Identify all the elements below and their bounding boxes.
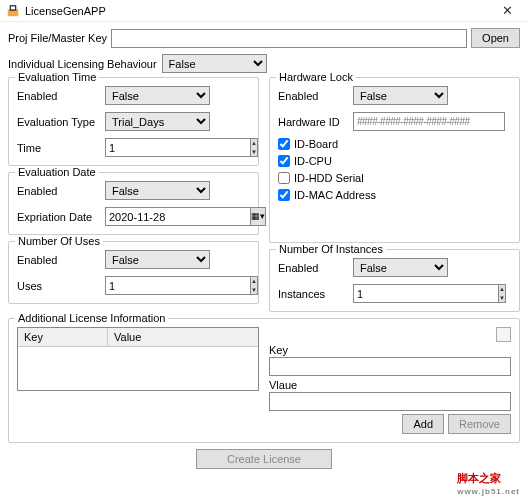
app-icon bbox=[6, 4, 20, 18]
et-time-spinner[interactable]: ▲▼ bbox=[251, 138, 258, 157]
inst-title: Number Of Instances bbox=[276, 243, 386, 255]
hw-hdd-label: ID-HDD Serial bbox=[294, 172, 364, 184]
svg-rect-1 bbox=[10, 5, 15, 9]
create-license-button[interactable]: Create License bbox=[196, 449, 332, 469]
evaluation-date-group: Evaluation Date Enabled False Expriation… bbox=[8, 172, 259, 235]
kv-value-label: Vlaue bbox=[269, 379, 511, 391]
proj-file-label: Proj File/Master Key bbox=[8, 32, 107, 44]
hw-cpu-label: ID-CPU bbox=[294, 155, 332, 167]
hardware-lock-group: Hardware Lock Enabled False Hardware ID … bbox=[269, 77, 520, 243]
et-time-label: Time bbox=[17, 142, 105, 154]
evaluation-date-title: Evaluation Date bbox=[15, 166, 99, 178]
window-title: LicenseGenAPP bbox=[25, 5, 492, 17]
grid-icon[interactable] bbox=[496, 327, 511, 342]
open-button[interactable]: Open bbox=[471, 28, 520, 48]
inst-count-label: Instances bbox=[278, 288, 353, 300]
uses-group: Number Of Uses Enabled False Uses ▲▼ bbox=[8, 241, 259, 304]
evaluation-time-title: Evaluation Time bbox=[15, 71, 99, 83]
kv-key-input[interactable] bbox=[269, 357, 511, 376]
hw-title: Hardware Lock bbox=[276, 71, 356, 83]
evaluation-time-group: Evaluation Time Enabled False Evaluation… bbox=[8, 77, 259, 166]
hw-mac-checkbox[interactable] bbox=[278, 189, 290, 201]
remove-button[interactable]: Remove bbox=[448, 414, 511, 434]
uses-spinner[interactable]: ▲▼ bbox=[251, 276, 258, 295]
kv-table[interactable]: Key Value bbox=[17, 327, 259, 391]
inst-spinner[interactable]: ▲▼ bbox=[499, 284, 506, 303]
ilb-label: Individual Licensing Behaviour bbox=[8, 58, 157, 70]
instances-group: Number Of Instances Enabled False Instan… bbox=[269, 249, 520, 312]
ed-expr-label: Expriation Date bbox=[17, 211, 105, 223]
additional-info-group: Additional License Information Key Value… bbox=[8, 318, 520, 443]
et-enabled-label: Enabled bbox=[17, 90, 105, 102]
titlebar: LicenseGenAPP ✕ bbox=[0, 0, 528, 22]
inst-enabled-select[interactable]: False bbox=[353, 258, 448, 277]
uses-input[interactable] bbox=[105, 276, 251, 295]
hw-id-input[interactable] bbox=[353, 112, 505, 131]
uses-title: Number Of Uses bbox=[15, 235, 103, 247]
uses-enabled-label: Enabled bbox=[17, 254, 105, 266]
kv-col-value: Value bbox=[108, 328, 258, 346]
ed-enabled-select[interactable]: False bbox=[105, 181, 210, 200]
addl-title: Additional License Information bbox=[15, 312, 168, 324]
et-enabled-select[interactable]: False bbox=[105, 86, 210, 105]
hw-board-checkbox[interactable] bbox=[278, 138, 290, 150]
inst-input[interactable] bbox=[353, 284, 499, 303]
kv-col-key: Key bbox=[18, 328, 108, 346]
et-time-input[interactable] bbox=[105, 138, 251, 157]
hw-enabled-select[interactable]: False bbox=[353, 86, 448, 105]
proj-file-input[interactable] bbox=[111, 29, 467, 48]
ed-enabled-label: Enabled bbox=[17, 185, 105, 197]
hw-id-label: Hardware ID bbox=[278, 116, 353, 128]
hw-mac-label: ID-MAC Address bbox=[294, 189, 376, 201]
hw-board-label: ID-Board bbox=[294, 138, 338, 150]
hw-hdd-checkbox[interactable] bbox=[278, 172, 290, 184]
uses-count-label: Uses bbox=[17, 280, 105, 292]
close-button[interactable]: ✕ bbox=[492, 3, 522, 18]
uses-enabled-select[interactable]: False bbox=[105, 250, 210, 269]
inst-enabled-label: Enabled bbox=[278, 262, 353, 274]
add-button[interactable]: Add bbox=[402, 414, 444, 434]
et-type-select[interactable]: Trial_Days bbox=[105, 112, 210, 131]
ilb-select[interactable]: False bbox=[162, 54, 267, 73]
ed-date-input[interactable] bbox=[105, 207, 251, 226]
ed-date-picker-button[interactable]: ▦▾ bbox=[251, 207, 266, 226]
hw-cpu-checkbox[interactable] bbox=[278, 155, 290, 167]
hw-enabled-label: Enabled bbox=[278, 90, 353, 102]
kv-value-input[interactable] bbox=[269, 392, 511, 411]
kv-key-label: Key bbox=[269, 344, 511, 356]
et-type-label: Evaluation Type bbox=[17, 116, 105, 128]
